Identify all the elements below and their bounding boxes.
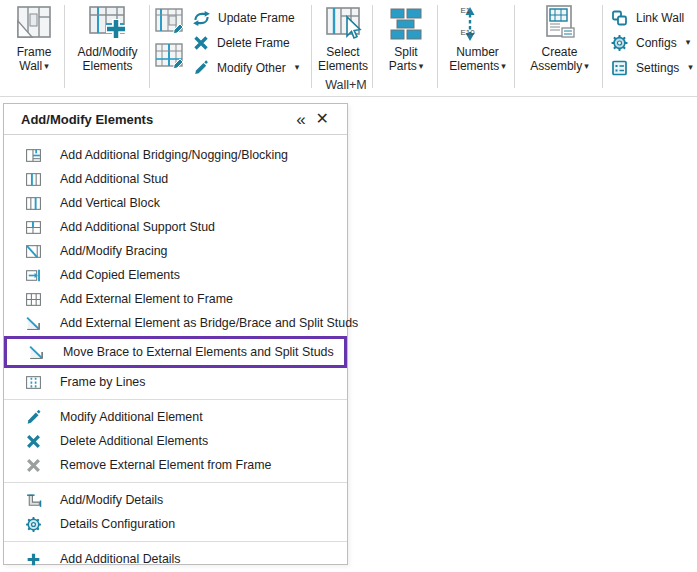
- add-modify-elements-panel: Add/Modify Elements « ✕ Add Additional B…: [3, 103, 348, 565]
- frame-lines-icon: [25, 374, 42, 391]
- menu-item-label: Add Additional Bridging/Nogging/Blocking: [60, 148, 288, 162]
- menu-item-label: Add Additional Support Stud: [60, 220, 215, 234]
- frame-edit-small-button-2[interactable]: [154, 40, 186, 72]
- angle-detail-icon: [25, 492, 42, 509]
- ribbon-separator: [372, 5, 373, 88]
- menu-item[interactable]: Add/Modify Bracing: [4, 239, 347, 263]
- panel-title: Add/Modify Elements: [21, 112, 290, 127]
- ribbon-toolbar: Frame Wall▾ Add/Modify Elements Update F…: [0, 0, 697, 97]
- menu-item[interactable]: Add Copied Elements: [4, 263, 347, 287]
- menu-item-label: Add Copied Elements: [60, 268, 180, 282]
- split-parts-button[interactable]: Split Parts▾: [378, 3, 434, 83]
- frame-vblock-icon: [25, 195, 42, 212]
- menu-item[interactable]: Add/Modify Details: [4, 488, 347, 512]
- number-elements-icon: E1 E10: [461, 3, 495, 45]
- diag-split-icon: [28, 344, 45, 361]
- plus-icon: [25, 551, 42, 568]
- panel-menu: Add Additional Bridging/Nogging/Blocking…: [4, 135, 347, 572]
- collapse-icon[interactable]: «: [290, 111, 309, 128]
- add-modify-elements-icon: [86, 3, 130, 45]
- ribbon-separator: [149, 5, 150, 88]
- menu-item-label: Add External Element to Frame: [60, 292, 233, 306]
- menu-item[interactable]: Add Additional Bridging/Nogging/Blocking: [4, 143, 347, 167]
- settings-button[interactable]: Settings ▾: [610, 56, 693, 80]
- menu-item[interactable]: Add Additional Support Stud: [4, 215, 347, 239]
- menu-item[interactable]: Add External Element to Frame: [4, 287, 347, 311]
- ribbon-separator: [602, 5, 603, 88]
- chevron-down-icon: ▾: [44, 61, 49, 71]
- delete-frame-button[interactable]: Delete Frame: [192, 31, 290, 55]
- menu-item[interactable]: Details Configuration: [4, 512, 347, 536]
- menu-item[interactable]: Add Additional Details: [4, 547, 347, 571]
- icon-label-e10: E10: [461, 28, 475, 37]
- update-frame-button[interactable]: Update Frame: [192, 6, 295, 30]
- ribbon-separator: [437, 5, 438, 88]
- frame-brace-icon: [25, 243, 42, 260]
- menu-item-label: Move Brace to External Elements and Spli…: [63, 345, 334, 359]
- frame-edit-icon: [154, 6, 186, 36]
- chevron-down-icon: ▾: [295, 62, 300, 72]
- ribbon-group-label: Wall+M: [300, 78, 392, 92]
- menu-item-label: Add Vertical Block: [60, 196, 160, 210]
- link-icon: [610, 9, 629, 27]
- menu-separator: [4, 541, 347, 542]
- menu-item[interactable]: Delete Additional Elements: [4, 429, 347, 453]
- frame-edit-small-button-1[interactable]: [154, 5, 186, 37]
- frame-wall-label: Frame: [17, 45, 52, 59]
- x-gray-icon: [25, 457, 42, 474]
- pencil-icon: [192, 60, 210, 76]
- icon-label-e1: E1: [461, 6, 471, 15]
- chevron-down-icon: ▾: [688, 62, 693, 72]
- menu-item-label: Modify Additional Element: [60, 410, 203, 424]
- menu-separator: [4, 482, 347, 483]
- configs-button[interactable]: Configs ▾: [610, 31, 690, 55]
- number-elements-button[interactable]: E1 E10 Number Elements▾: [442, 3, 513, 83]
- menu-item[interactable]: Add External Element as Bridge/Brace and…: [4, 311, 347, 335]
- menu-item-label: Add/Modify Details: [60, 493, 163, 507]
- menu-item-label: Add/Modify Bracing: [60, 244, 167, 258]
- link-wall-button[interactable]: Link Wall: [610, 6, 684, 30]
- copy-arrow-icon: [25, 267, 42, 284]
- menu-item[interactable]: Move Brace to External Elements and Spli…: [7, 339, 344, 365]
- chevron-down-icon: ▾: [419, 61, 424, 71]
- select-elements-icon: [323, 3, 363, 45]
- create-assembly-button[interactable]: Create Assembly▾: [520, 3, 599, 83]
- menu-item-label: Add Additional Stud: [60, 172, 168, 186]
- menu-item-label: Details Configuration: [60, 517, 175, 531]
- select-elements-button[interactable]: Select Elements: [316, 3, 370, 83]
- frame-wall-icon: [13, 3, 55, 45]
- add-modify-elements-button[interactable]: Add/Modify Elements: [68, 3, 147, 83]
- create-assembly-icon: [540, 3, 580, 45]
- split-parts-icon: [386, 3, 426, 45]
- chevron-down-icon: ▾: [686, 37, 691, 47]
- highlight-box: Move Brace to External Elements and Spli…: [4, 336, 347, 368]
- menu-item[interactable]: Modify Additional Element: [4, 405, 347, 429]
- frame-support-icon: [25, 219, 42, 236]
- menu-item[interactable]: Add Additional Stud: [4, 167, 347, 191]
- gear-icon: [25, 516, 42, 533]
- frame-edit-icon: [154, 41, 186, 71]
- frame-bridging-icon: [25, 147, 42, 164]
- close-icon[interactable]: ✕: [310, 111, 335, 127]
- settings-icon: [610, 59, 629, 77]
- x-teal-icon: [25, 433, 42, 450]
- menu-item[interactable]: Remove External Element from Frame: [4, 453, 347, 477]
- ribbon-separator: [514, 5, 515, 88]
- diag-split-icon: [25, 315, 42, 332]
- frame-grid-icon: [25, 291, 42, 308]
- menu-item[interactable]: Frame by Lines: [4, 370, 347, 394]
- menu-item-label: Delete Additional Elements: [60, 434, 208, 448]
- menu-item-label: Remove External Element from Frame: [60, 458, 271, 472]
- gear-icon: [610, 34, 629, 52]
- menu-item[interactable]: Add Vertical Block: [4, 191, 347, 215]
- panel-header: Add/Modify Elements « ✕: [4, 104, 347, 135]
- ribbon-separator: [311, 5, 312, 88]
- modify-other-button[interactable]: Modify Other ▾: [192, 56, 299, 80]
- frame-wall-button[interactable]: Frame Wall▾: [6, 3, 62, 83]
- refresh-icon: [192, 10, 211, 27]
- chevron-down-icon: ▾: [501, 61, 506, 71]
- pencil-icon: [25, 409, 42, 426]
- delete-icon: [192, 35, 210, 51]
- menu-item-label: Frame by Lines: [60, 375, 145, 389]
- menu-item-label: Add External Element as Bridge/Brace and…: [60, 316, 358, 330]
